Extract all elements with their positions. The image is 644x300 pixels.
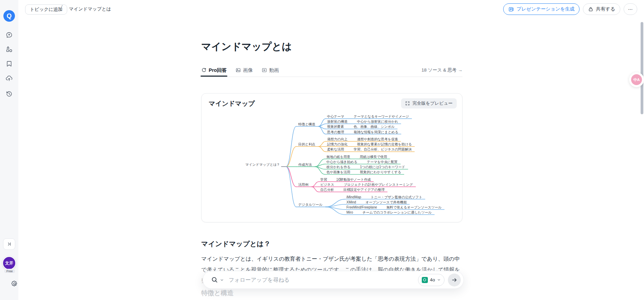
presentation-icon bbox=[508, 6, 514, 12]
svg-text:色、画像、曲線、シンボル: 色、画像、曲線、シンボル bbox=[354, 125, 395, 128]
svg-text:テーマとなるキーワードやイメージ: テーマとなるキーワードやイメージ bbox=[354, 115, 409, 118]
tab-label: 画像 bbox=[243, 67, 253, 74]
svg-text:特徴と構造: 特徴と構造 bbox=[298, 122, 315, 126]
svg-text:ビジネス: ビジネス bbox=[320, 183, 334, 186]
tab-images[interactable]: 画像 bbox=[235, 64, 253, 77]
svg-text:発想力の向上: 発想力の向上 bbox=[327, 137, 347, 141]
chevron-down-icon[interactable] bbox=[220, 278, 224, 282]
svg-text:連想や創造的な思考を促進: 連想や創造的な思考を促進 bbox=[357, 137, 398, 141]
svg-text:活用例: 活用例 bbox=[298, 183, 308, 186]
cloud-upload-icon bbox=[5, 75, 13, 82]
svg-text:オープンソースで共有機能: オープンソースで共有機能 bbox=[365, 200, 406, 204]
preview-button-label: 完全版をプレビュー bbox=[412, 100, 453, 106]
tab-pro-answer[interactable]: Pro回答 bbox=[201, 64, 227, 77]
sidebar-item-bookmarks[interactable] bbox=[0, 60, 18, 67]
avatar[interactable]: 文开 bbox=[2, 256, 16, 270]
svg-text:無料で使えるオープンソースツール: 無料で使えるオープンソースツール bbox=[386, 205, 442, 209]
svg-text:放射状の構造: 放射状の構造 bbox=[327, 120, 347, 123]
model-icon bbox=[422, 277, 428, 283]
share-button[interactable]: 共有する bbox=[583, 3, 620, 15]
svg-text:中心から放射状に枝分かれ: 中心から放射状に枝分かれ bbox=[357, 120, 398, 123]
sidebar-expand-button[interactable] bbox=[3, 238, 15, 250]
svg-text:視覚的要素: 視覚的要素 bbox=[327, 125, 344, 128]
svg-text:色や画像を活用: 色や画像を活用 bbox=[326, 170, 350, 174]
expand-sidebar-icon bbox=[6, 241, 12, 247]
scrollbar-thumb[interactable] bbox=[641, 22, 643, 114]
answer-tabbar: Pro回答 画像 動画 18 ソース & 思考 → bbox=[201, 64, 462, 77]
header-actions: プレゼンテーションを生成 共有する ⋯ bbox=[503, 3, 637, 15]
svg-text:無地の紙を用意: 無地の紙を用意 bbox=[326, 155, 350, 159]
svg-text:中心テーマ: 中心テーマ bbox=[327, 115, 344, 118]
new-chat-icon bbox=[5, 31, 13, 39]
history-icon bbox=[5, 90, 13, 98]
card-title: マインドマップ bbox=[209, 99, 255, 108]
svg-text:思考の整理: 思考の整理 bbox=[327, 130, 344, 134]
search-icon bbox=[211, 276, 218, 283]
svg-text:FreeMind/Freeplane: FreeMind/Freeplane bbox=[346, 205, 377, 209]
translate-button[interactable]: 中A bbox=[631, 74, 642, 85]
svg-text:テーマを中央に配置: テーマを中央に配置 bbox=[367, 160, 398, 164]
svg-text:XMind: XMind bbox=[346, 200, 356, 204]
share-label: 共有する bbox=[596, 6, 615, 12]
svg-text:チームでのコラボレーションに適したツール: チームでのコラボレーションに適したツール bbox=[362, 211, 432, 214]
svg-text:中心から描き始める: 中心から描き始める bbox=[326, 160, 357, 164]
generate-presentation-button[interactable]: プレゼンテーションを生成 bbox=[503, 3, 580, 15]
svg-text:複雑な情報を簡潔にまとめる: 複雑な情報を簡潔にまとめる bbox=[354, 130, 398, 134]
svg-text:枝分かれを作る: 枝分かれを作る bbox=[326, 165, 351, 169]
followup-input[interactable] bbox=[229, 277, 418, 283]
tab-label: Pro回答 bbox=[209, 67, 227, 74]
svg-text:目的と利点: 目的と利点 bbox=[298, 142, 315, 146]
svg-text:学習: 学習 bbox=[320, 178, 327, 181]
pro-answer-icon bbox=[201, 67, 207, 73]
svg-text:用紙は横長で使用: 用紙は横長で使用 bbox=[360, 155, 387, 159]
expand-icon bbox=[405, 101, 410, 106]
svg-text:視覚的にわかりやすくする: 視覚的にわかりやすくする bbox=[360, 170, 401, 174]
sidebar-item-spaces[interactable] bbox=[0, 45, 18, 53]
tab-videos[interactable]: 動画 bbox=[262, 64, 279, 77]
section-heading: マインドマップとは？ bbox=[201, 239, 270, 248]
sidebar-item-new-chat[interactable] bbox=[0, 31, 18, 39]
svg-text:自己分析: 自己分析 bbox=[320, 188, 334, 192]
svg-text:Miro: Miro bbox=[346, 211, 353, 214]
chevron-down-icon bbox=[437, 278, 441, 282]
breadcrumb-current: マインドマップとは bbox=[69, 6, 111, 12]
faded-section-heading: 特徴と構造 bbox=[201, 289, 233, 298]
app-window: Q bbox=[0, 0, 644, 300]
page-title: マインドマップとは bbox=[201, 40, 292, 54]
preview-full-version-button[interactable]: 完全版をプレビュー bbox=[401, 98, 457, 108]
image-icon bbox=[235, 67, 241, 73]
svg-text:デジタルツール: デジタルツール bbox=[298, 203, 323, 206]
svg-text:プロジェクトの計画やブレインストーミング: プロジェクトの計画やブレインストーミング bbox=[344, 183, 413, 186]
sidebar: Q bbox=[0, 0, 18, 300]
video-icon bbox=[262, 67, 267, 73]
more-button[interactable]: ⋯ bbox=[624, 3, 637, 15]
svg-text:1つの枝には1つのキーワード: 1つの枝には1つのキーワード bbox=[360, 165, 405, 169]
arrow-right-icon bbox=[451, 277, 457, 283]
svg-text:記憶力の強化: 記憶力の強化 bbox=[327, 142, 347, 146]
model-label: 4o bbox=[430, 277, 435, 282]
mindmap-diagram[interactable]: マインドマップとは？特徴と構造中心テーマテーマとなるキーワードやイメージ放射状の… bbox=[208, 111, 459, 219]
svg-text:目標設定やアイデアの整理: 目標設定やアイデアの整理 bbox=[343, 188, 384, 192]
plan-badge: Free bbox=[4, 269, 16, 274]
bookmark-icon bbox=[5, 60, 13, 67]
sidebar-item-uploads[interactable] bbox=[0, 75, 18, 82]
svg-text:トニー・ブザン監修の公式ソフト: トニー・ブザン監修の公式ソフト bbox=[371, 195, 422, 199]
svg-text:試験勉強やノート作成: 試験勉強やノート作成 bbox=[337, 178, 371, 181]
gear-icon bbox=[11, 280, 18, 287]
generate-presentation-label: プレゼンテーションを生成 bbox=[516, 6, 574, 12]
tab-label: 動画 bbox=[269, 67, 279, 74]
app-logo[interactable]: Q bbox=[3, 10, 15, 22]
sources-and-thinking-link[interactable]: 18 ソース & 思考 → bbox=[421, 67, 462, 73]
shapes-icon bbox=[5, 45, 13, 53]
submit-button[interactable] bbox=[448, 274, 461, 286]
model-selector[interactable]: 4o bbox=[418, 274, 444, 286]
svg-text:学習、自己分析、ビジネスの問題解決: 学習、自己分析、ビジネスの問題解決 bbox=[354, 147, 412, 151]
svg-text:作成方法: 作成方法 bbox=[298, 163, 312, 166]
svg-text:視覚的な要素が記憶の定着を助ける: 視覚的な要素が記憶の定着を助ける bbox=[357, 142, 412, 146]
lock-icon bbox=[588, 6, 593, 12]
sidebar-item-history[interactable] bbox=[0, 90, 18, 98]
followup-bar: 4o bbox=[203, 271, 464, 289]
mindmap-card: マインドマップ 完全版をプレビュー マインドマップとは？特徴と構造中心テーマテー… bbox=[201, 93, 462, 222]
svg-text:マインドマップとは？: マインドマップとは？ bbox=[245, 163, 280, 166]
svg-text:柔軟な活用: 柔軟な活用 bbox=[327, 147, 344, 151]
